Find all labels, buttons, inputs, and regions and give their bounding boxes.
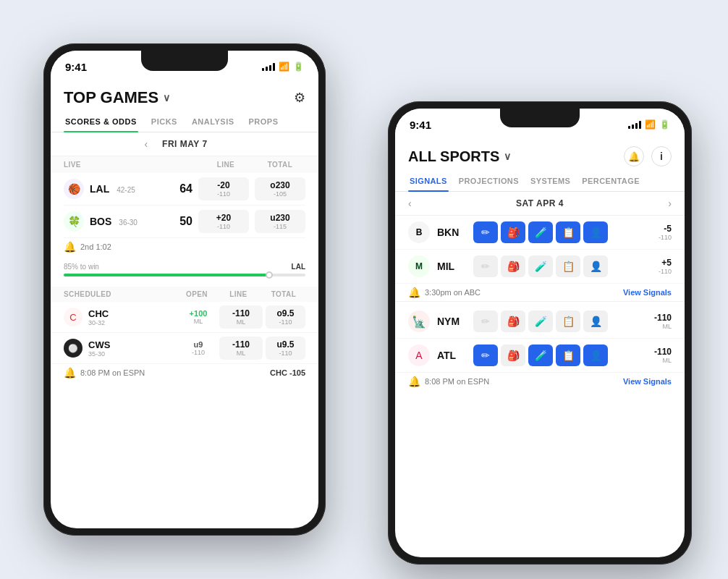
battery-icon-1: 🔋 <box>293 62 304 72</box>
cws-record: 35-30 <box>88 350 180 358</box>
bell-icon-live[interactable]: 🔔 <box>64 241 76 253</box>
nym-odds: -110 ML <box>639 313 672 330</box>
bos-logo: 🍀 <box>64 211 84 232</box>
dropdown-arrow-2[interactable]: ∨ <box>504 151 511 162</box>
atl-btn-doc[interactable]: 📋 <box>556 345 580 366</box>
dropdown-arrow-1[interactable]: ∨ <box>163 92 170 103</box>
header-icons-2: 🔔 i <box>624 146 672 166</box>
mil-btn-bag[interactable]: 🎒 <box>501 255 525 277</box>
atl-btn-edit[interactable]: ✏ <box>473 345 498 366</box>
bkn-btn-doc[interactable]: 📋 <box>556 221 580 243</box>
bell-icon-signal2[interactable]: 🔔 <box>408 376 420 387</box>
win-prob-label: 85% to win <box>64 263 99 271</box>
chc-line[interactable]: -110 ML <box>219 305 263 329</box>
title-text-2: ALL SPORTS <box>408 148 499 165</box>
date-prev-2[interactable]: ‹ <box>408 198 412 209</box>
tab-scores-odds[interactable]: SCORES & ODDS <box>64 111 138 132</box>
bell-icon-sched[interactable]: 🔔 <box>64 367 76 379</box>
bkn-logo: B <box>408 221 430 243</box>
view-signals-2[interactable]: View Signals <box>623 377 672 386</box>
game-clock-text: 2nd 1:02 <box>80 242 111 251</box>
win-prob-thumb <box>266 271 273 279</box>
mil-name: MIL <box>437 261 469 272</box>
atl-btn-bag[interactable]: 🎒 <box>501 345 525 366</box>
signal-game-bkn: B BKN ✏ 🎒 🧪 📋 👤 -5 -110 <box>395 216 685 250</box>
notch-2 <box>500 109 580 127</box>
signal-game1-info: 🔔 3:30pm on ABC View Signals <box>395 284 685 302</box>
signal-tabs: SIGNALS PROJECTIONS SYSTEMS PERCENTAGE <box>395 171 685 192</box>
sched-col-line: LINE <box>215 290 262 298</box>
scheduled-section-header: SCHEDULED OPEN LINE TOTAL <box>51 287 318 302</box>
bos-total[interactable]: u230 -115 <box>255 210 305 233</box>
date-prev-1[interactable]: ‹ <box>144 138 148 150</box>
bell-button-2[interactable]: 🔔 <box>624 146 644 166</box>
atl-btn-user[interactable]: 👤 <box>583 345 608 366</box>
date-nav-2: ‹ SAT APR 4 › <box>395 192 685 216</box>
cws-total[interactable]: u9.5 -110 <box>266 337 305 360</box>
status-time-2: 9:41 <box>410 119 431 131</box>
phone-1: 9:41 📶 🔋 TOP GAMES ∨ ⚙ <box>43 43 326 536</box>
win-prob-container: 85% to win LAL <box>64 260 305 282</box>
win-prob-winner: LAL <box>292 263 305 271</box>
total-col-label: TOTAL <box>255 161 305 169</box>
tab-percentage[interactable]: PERCENTAGE <box>580 171 641 191</box>
bos-line[interactable]: +20 -110 <box>198 210 249 233</box>
wifi-icon-1: 📶 <box>279 62 289 72</box>
filter-icon-1[interactable]: ⚙ <box>294 90 305 106</box>
chc-info: CHC 30-32 <box>88 308 180 326</box>
signal-game2-time: 8:08 PM on ESPN <box>425 377 489 386</box>
nym-btn-doc[interactable]: 📋 <box>556 310 580 332</box>
bkn-btn-flask[interactable]: 🧪 <box>528 221 553 243</box>
mil-btn-flask[interactable]: 🧪 <box>528 255 553 277</box>
nym-btn-bag[interactable]: 🎒 <box>501 310 525 332</box>
mil-btn-user[interactable]: 👤 <box>583 255 608 277</box>
team-row-cws: ⚪ CWS 35-30 u9 -110 -110 ML u9.5 -110 <box>51 333 318 364</box>
bell-icon-signal1[interactable]: 🔔 <box>408 287 420 298</box>
tab-picks[interactable]: PICKS <box>150 111 179 132</box>
view-signals-1[interactable]: View Signals <box>623 288 672 297</box>
win-prob-bar <box>64 274 305 276</box>
sched-col-total: TOTAL <box>262 290 305 298</box>
lal-line[interactable]: -20 -110 <box>198 177 249 200</box>
bkn-btn-bag[interactable]: 🎒 <box>501 221 525 243</box>
status-icons-1: 📶 🔋 <box>262 62 304 72</box>
bkn-btn-edit[interactable]: ✏ <box>473 221 498 243</box>
mil-odds: +5 -110 <box>639 258 672 275</box>
tab-projections[interactable]: PROJECTIONS <box>457 171 520 191</box>
nym-btn-user[interactable]: 👤 <box>583 310 608 332</box>
mil-signal-buttons: ✏ 🎒 🧪 📋 👤 <box>473 255 635 277</box>
wifi-icon-2: 📶 <box>645 119 656 130</box>
scheduled-game-info: 🔔 8:08 PM on ESPN CHC -105 <box>51 364 318 381</box>
signal-game-nym: 🗽 NYM ✏ 🎒 🧪 📋 👤 -110 ML <box>395 305 685 339</box>
bkn-btn-user[interactable]: 👤 <box>583 221 608 243</box>
chc-total[interactable]: o9.5 -110 <box>266 305 305 329</box>
date-label-1: FRI MAY 7 <box>162 139 208 149</box>
nym-signal-buttons: ✏ 🎒 🧪 📋 👤 <box>473 310 635 332</box>
date-label-2: SAT APR 4 <box>516 198 564 208</box>
info-button-2[interactable]: i <box>651 146 672 166</box>
team-row-chc: C CHC 30-32 +100 ML -110 ML o9.5 -110 <box>51 302 318 333</box>
atl-btn-flask[interactable]: 🧪 <box>528 345 553 366</box>
sched-col-scheduled: SCHEDULED <box>64 290 179 298</box>
nym-btn-edit[interactable]: ✏ <box>473 310 498 332</box>
live-section-header: LIVE LINE TOTAL <box>51 156 318 173</box>
nym-btn-flask[interactable]: 🧪 <box>528 310 553 332</box>
lal-total[interactable]: o230 -105 <box>255 177 305 200</box>
lal-info: LAL 42-25 <box>90 183 171 195</box>
mil-btn-edit[interactable]: ✏ <box>473 255 498 277</box>
tab-signals[interactable]: SIGNALS <box>408 171 449 191</box>
tab-props[interactable]: PROPS <box>247 111 280 132</box>
tab-analysis[interactable]: ANALYSIS <box>190 111 236 132</box>
tab-systems[interactable]: SYSTEMS <box>529 171 572 191</box>
mil-btn-doc[interactable]: 📋 <box>556 255 580 277</box>
bos-record: 36-30 <box>119 219 137 227</box>
cws-line[interactable]: -110 ML <box>219 337 263 360</box>
signal-game2-info: 🔔 8:08 PM on ESPN View Signals <box>395 373 685 390</box>
nym-logo: 🗽 <box>408 310 430 332</box>
atl-signal-buttons: ✏ 🎒 🧪 📋 👤 <box>473 345 635 366</box>
date-next-2[interactable]: › <box>668 198 672 209</box>
lal-logo: 🏀 <box>64 179 84 199</box>
game-clock-row: 🔔 2nd 1:02 <box>64 238 305 255</box>
signal-game-mil: M MIL ✏ 🎒 🧪 📋 👤 +5 -110 <box>395 250 685 284</box>
app-header-2: ALL SPORTS ∨ 🔔 i <box>395 140 685 171</box>
